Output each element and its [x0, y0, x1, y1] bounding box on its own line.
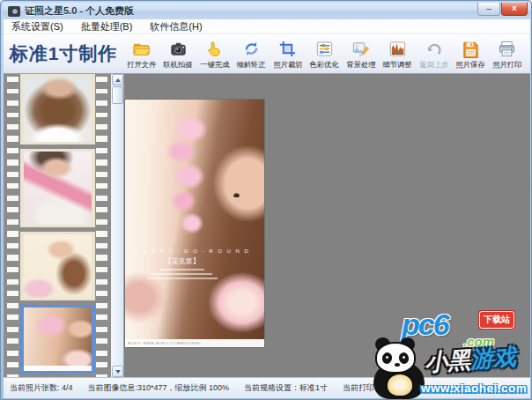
- tilt-correct-icon: [242, 40, 261, 58]
- detail-adjust-label: 细节调整: [383, 59, 412, 70]
- tilt-correct-label: 倾斜矫正: [237, 59, 266, 70]
- print-photo-button[interactable]: 照片打印: [489, 38, 526, 70]
- color-sliders-icon: [315, 40, 334, 58]
- thumbnail-2[interactable]: [20, 149, 95, 227]
- scroll-up-button[interactable]: [112, 74, 123, 85]
- mode-title: 标准1寸制作: [4, 41, 123, 66]
- scroll-down-button[interactable]: [112, 366, 123, 377]
- detail-adjust-button[interactable]: 细节调整: [380, 38, 417, 70]
- print-icon: [498, 40, 516, 58]
- undo-step-label: 返回上步: [419, 59, 448, 70]
- thumbnail-3[interactable]: [20, 232, 95, 300]
- filmstrip-panel: [4, 74, 111, 377]
- status-photo-count: 当前照片张数: 4/4: [10, 382, 73, 394]
- camera-icon: [169, 40, 188, 58]
- menubar: 系统设置(S) 批量处理(B) 软件信息(H): [4, 19, 530, 34]
- photo-fineprint-line: [151, 273, 212, 275]
- color-optimize-label: 色彩优化: [310, 59, 339, 70]
- menu-software-info[interactable]: 软件信息(H): [147, 19, 204, 34]
- undo-icon: [425, 40, 443, 58]
- scroll-up-icon: [115, 78, 121, 82]
- titlebar[interactable]: 证照之星5.0 - 个人免费版 – ×: [3, 3, 531, 19]
- film-sprockets-right: [96, 74, 107, 377]
- one-click-finish-button[interactable]: 一键完成: [196, 38, 233, 70]
- menu-system-settings[interactable]: 系统设置(S): [9, 19, 66, 34]
- save-icon: [462, 40, 480, 58]
- color-optimize-button[interactable]: 色彩优化: [307, 38, 344, 70]
- app-logo-icon: [8, 6, 20, 17]
- open-file-button[interactable]: 打开文件: [123, 38, 160, 70]
- filmstrip-scrollbar[interactable]: [111, 74, 124, 377]
- photo-overlay-title: M E R R Y - G O - R O U N D: [133, 248, 231, 254]
- crop-icon: [278, 40, 297, 58]
- save-photo-label: 照片保存: [456, 59, 485, 70]
- background-process-button[interactable]: 背景处理: [343, 38, 380, 70]
- scrollbar-thumb[interactable]: [112, 86, 123, 104]
- close-button[interactable]: ×: [501, 3, 528, 16]
- background-process-label: 背景处理: [346, 59, 375, 70]
- print-photo-label: 照片打印: [492, 59, 521, 70]
- minimize-button[interactable]: –: [477, 3, 500, 16]
- download-site-badge: 下载站: [479, 311, 514, 329]
- one-click-hand-icon: [205, 40, 224, 58]
- photo-fineprint-line: [147, 278, 218, 279]
- thumbnail-1[interactable]: [20, 74, 95, 144]
- toolbar: 标准1寸制作 打开文件 联机拍摄: [4, 34, 530, 74]
- undo-step-button[interactable]: 返回上步: [416, 38, 453, 70]
- xiaohei-name-part2: 游戏: [469, 343, 517, 373]
- photo-watermark-strip: MOKO! WWW.MOKO.CC/MIKIOOKIKI: [125, 339, 264, 347]
- scroll-down-icon: [115, 370, 121, 374]
- app-window: 证照之星5.0 - 个人免费版 – × 系统设置(S) 批量处理(B) 软件信息…: [0, 0, 532, 400]
- background-brush-icon: [351, 40, 370, 58]
- crop-photo-label: 照片裁切: [273, 59, 302, 70]
- xiaohei-games-logo: 小黑游戏: [424, 341, 517, 378]
- photo-subject-eye: [233, 194, 240, 197]
- photo-fineprint-line: [159, 269, 204, 270]
- tilt-correct-button[interactable]: 倾斜矫正: [233, 38, 270, 70]
- status-image-info: 当前图像信息:310*477，缩放比例 100%: [88, 382, 230, 394]
- photo-overlay-subtitle: 【花见坂】: [133, 256, 231, 266]
- photo-caption: M E R R Y - G O - R O U N D 【花见坂】: [133, 248, 231, 279]
- open-file-label: 打开文件: [127, 59, 156, 70]
- status-spec-setting: 当前规格设置：标准1寸: [244, 382, 328, 394]
- thumbnail-4-selected[interactable]: [20, 305, 95, 374]
- histogram-icon: [388, 40, 407, 58]
- site-watermark: pc6 .com 下载站 小黑游戏 www.xiaohei.com: [366, 306, 532, 400]
- photo-preview: M E R R Y - G O - R O U N D 【花见坂】 MOKO! …: [125, 100, 264, 347]
- camera-capture-button[interactable]: 联机拍摄: [160, 38, 197, 70]
- menu-batch-process[interactable]: 批量处理(B): [78, 19, 136, 34]
- window-title: 证照之星5.0 - 个人免费版: [25, 4, 134, 18]
- folder-open-icon: [132, 40, 151, 58]
- film-sprockets-left: [7, 74, 18, 377]
- one-click-finish-label: 一键完成: [200, 59, 229, 70]
- crop-photo-button[interactable]: 照片裁切: [270, 38, 307, 70]
- xiaohei-url: www.xiaohei.com: [421, 381, 527, 395]
- xiaohei-name-part1: 小黑: [424, 346, 471, 376]
- camera-capture-label: 联机拍摄: [164, 59, 193, 70]
- save-photo-button[interactable]: 照片保存: [453, 38, 490, 70]
- photo-watermark-text: MOKO! WWW.MOKO.CC/MIKIOOKIKI: [125, 341, 201, 345]
